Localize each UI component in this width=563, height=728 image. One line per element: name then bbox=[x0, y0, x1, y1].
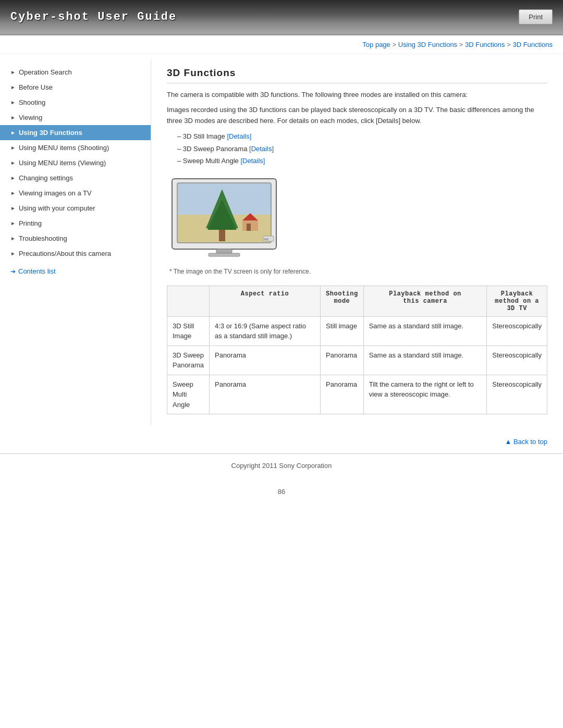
table-header-playback-3dtv: Playbackmethod on a3D TV bbox=[487, 286, 547, 316]
table-cell-aspect: Panorama bbox=[209, 375, 320, 414]
sidebar-item-precautions[interactable]: ► Precautions/About this camera bbox=[0, 246, 151, 261]
svg-rect-4 bbox=[219, 228, 225, 241]
sidebar-label: Using MENU items (Shooting) bbox=[19, 144, 109, 152]
arrow-icon: ► bbox=[10, 130, 16, 135]
table-header-playback-camera: Playback method onthis camera bbox=[363, 286, 487, 316]
sidebar-label: Changing settings bbox=[19, 174, 73, 182]
sidebar-item-changing-settings[interactable]: ► Changing settings bbox=[0, 170, 151, 186]
app-title: Cyber-shot User Guide bbox=[10, 10, 177, 23]
arrow-icon: ► bbox=[10, 84, 16, 90]
table-header-shooting-mode: Shootingmode bbox=[321, 286, 364, 316]
sidebar-item-operation-search[interactable]: ► Operation Search bbox=[0, 65, 151, 80]
table-cell-shooting: Panorama bbox=[321, 375, 364, 414]
table-header-aspect-ratio: Aspect ratio bbox=[209, 286, 320, 316]
arrow-icon: ► bbox=[10, 160, 16, 166]
data-table: Aspect ratio Shootingmode Playback metho… bbox=[167, 286, 547, 415]
intro-paragraph-2: Images recorded using the 3D functions c… bbox=[167, 105, 547, 127]
table-cell-playback-camera: Same as a standard still image. bbox=[363, 316, 487, 346]
table-cell-playback-3d: Stereoscopically bbox=[487, 375, 547, 414]
sidebar-label: Viewing images on a TV bbox=[19, 189, 92, 197]
sidebar-label: Troubleshooting bbox=[19, 235, 67, 242]
table-cell-mode: 3D StillImage bbox=[167, 316, 210, 346]
sidebar-label: Using 3D Functions bbox=[19, 129, 82, 137]
details-link-sweep-multi[interactable]: [Details] bbox=[240, 157, 265, 165]
list-item: Sweep Multi Angle [Details] bbox=[177, 155, 547, 167]
tv-image: M2 bbox=[167, 174, 282, 265]
sidebar-item-viewing[interactable]: ► Viewing bbox=[0, 110, 151, 125]
table-header-row: Aspect ratio Shootingmode Playback metho… bbox=[167, 286, 547, 316]
table-cell-mode: 3D SweepPanorama bbox=[167, 346, 210, 375]
arrow-right-icon: ➔ bbox=[10, 268, 16, 275]
arrow-icon: ► bbox=[10, 100, 16, 105]
table-header-blank bbox=[167, 286, 210, 316]
intro-paragraph-1: The camera is compatible with 3D functio… bbox=[167, 90, 547, 101]
breadcrumb-link-3dfunctions2[interactable]: 3D Functions bbox=[512, 41, 553, 48]
sidebar-item-shooting[interactable]: ► Shooting bbox=[0, 95, 151, 110]
sidebar-label: Operation Search bbox=[19, 68, 72, 76]
svg-rect-9 bbox=[247, 224, 251, 231]
sidebar-item-printing[interactable]: ► Printing bbox=[0, 216, 151, 231]
sidebar-label: Precautions/About this camera bbox=[19, 250, 111, 257]
table-cell-mode: SweepMultiAngle bbox=[167, 375, 210, 414]
back-to-top-bar: Back to top bbox=[0, 430, 563, 448]
breadcrumb: Top page > Using 3D Functions > 3D Funct… bbox=[0, 35, 563, 54]
table-cell-playback-camera: Tilt the camera to the right or left to … bbox=[363, 375, 487, 414]
sidebar-label: Before Use bbox=[19, 83, 53, 91]
content-area: 3D Functions The camera is compatible wi… bbox=[151, 59, 563, 425]
sidebar-label: Using MENU items (Viewing) bbox=[19, 159, 106, 167]
sidebar-item-using-computer[interactable]: ► Using with your computer bbox=[0, 201, 151, 216]
arrow-icon: ► bbox=[10, 190, 16, 196]
page-title: 3D Functions bbox=[167, 67, 547, 83]
breadcrumb-link-toppage[interactable]: Top page bbox=[362, 41, 390, 48]
table-row: 3D StillImage 4:3 or 16:9 (Same aspect r… bbox=[167, 316, 547, 346]
back-to-top-link[interactable]: Back to top bbox=[505, 438, 547, 446]
breadcrumb-link-using3d[interactable]: Using 3D Functions bbox=[398, 41, 457, 48]
print-button[interactable]: Print bbox=[519, 9, 553, 24]
arrow-icon: ► bbox=[10, 251, 16, 256]
table-cell-playback-camera: Same as a standard still image. bbox=[363, 346, 487, 375]
table-cell-shooting: Panorama bbox=[321, 346, 364, 375]
sidebar-label: Using with your computer bbox=[19, 204, 95, 212]
details-link-sweep-panorama[interactable]: [Details] bbox=[249, 145, 274, 153]
arrow-icon: ► bbox=[10, 205, 16, 211]
list-item: 3D Sweep Panorama [Details] bbox=[177, 143, 547, 155]
header: Cyber-shot User Guide Print bbox=[0, 0, 563, 35]
sidebar-label: Printing bbox=[19, 219, 42, 227]
copyright-text: Copyright 2011 Sony Corporation bbox=[231, 462, 332, 470]
svg-rect-11 bbox=[209, 253, 240, 256]
sidebar-item-viewing-images-tv[interactable]: ► Viewing images on a TV bbox=[0, 186, 151, 201]
contents-link-label: Contents list bbox=[18, 267, 56, 275]
table-row: 3D SweepPanorama Panorama Panorama Same … bbox=[167, 346, 547, 375]
arrow-icon: ► bbox=[10, 236, 16, 241]
svg-text:M2: M2 bbox=[264, 238, 269, 241]
table-row: SweepMultiAngle Panorama Panorama Tilt t… bbox=[167, 375, 547, 414]
table-cell-playback-3d: Stereoscopically bbox=[487, 316, 547, 346]
arrow-icon: ► bbox=[10, 220, 16, 226]
tv-caption: * The image on the TV screen is only for… bbox=[169, 268, 311, 275]
arrow-icon: ► bbox=[10, 145, 16, 151]
sidebar-label: Shooting bbox=[19, 98, 45, 106]
sidebar-item-using-menu-viewing[interactable]: ► Using MENU items (Viewing) bbox=[0, 155, 151, 170]
sidebar-item-using-3d-functions[interactable]: ► Using 3D Functions bbox=[0, 125, 151, 140]
sidebar-item-using-menu-shooting[interactable]: ► Using MENU items (Shooting) bbox=[0, 140, 151, 155]
sidebar-label: Viewing bbox=[19, 114, 42, 121]
table-cell-shooting: Still image bbox=[321, 316, 364, 346]
sidebar-item-troubleshooting[interactable]: ► Troubleshooting bbox=[0, 231, 151, 246]
feature-list: 3D Still Image [Details] 3D Sweep Panora… bbox=[177, 130, 547, 167]
main-layout: ► Operation Search ► Before Use ► Shooti… bbox=[0, 54, 563, 430]
svg-rect-10 bbox=[216, 249, 232, 253]
list-item: 3D Still Image [Details] bbox=[177, 130, 547, 142]
sidebar-item-before-use[interactable]: ► Before Use bbox=[0, 80, 151, 95]
breadcrumb-link-3dfunctions1[interactable]: 3D Functions bbox=[465, 41, 505, 48]
tv-illustration-container: M2 * The image on the TV screen is only … bbox=[167, 174, 547, 275]
details-link-3d-still[interactable]: [Details] bbox=[227, 132, 251, 140]
arrow-icon: ► bbox=[10, 69, 16, 75]
sidebar: ► Operation Search ► Before Use ► Shooti… bbox=[0, 59, 151, 425]
table-cell-playback-3d: Stereoscopically bbox=[487, 346, 547, 375]
table-cell-aspect: Panorama bbox=[209, 346, 320, 375]
table-cell-aspect: 4:3 or 16:9 (Same aspect ratio as a stan… bbox=[209, 316, 320, 346]
footer: Copyright 2011 Sony Corporation bbox=[0, 453, 563, 477]
arrow-icon: ► bbox=[10, 115, 16, 120]
page-number: 86 bbox=[0, 477, 563, 501]
contents-list-link[interactable]: ➔ Contents list bbox=[0, 261, 151, 278]
